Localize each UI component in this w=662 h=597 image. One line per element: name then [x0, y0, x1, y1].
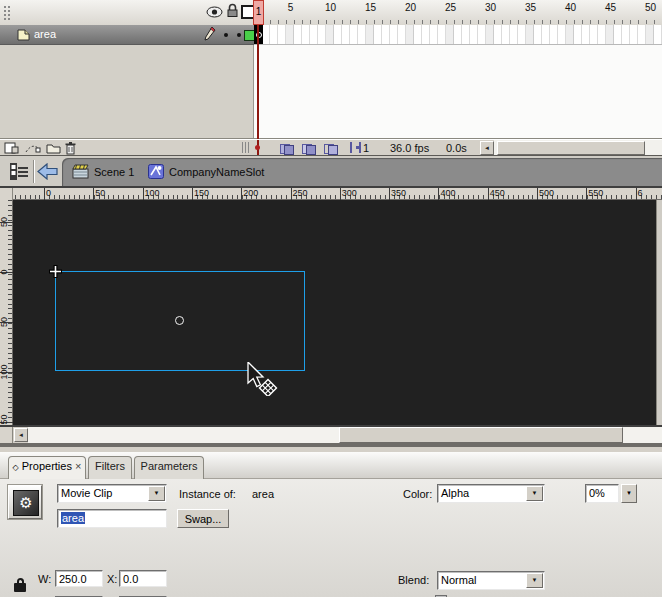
transformation-point[interactable] — [175, 316, 184, 325]
frame-number[interactable]: 40 — [561, 2, 581, 13]
scrollbar-corner — [0, 427, 13, 443]
flash-window: 5101520253035404550 1 area — [0, 0, 662, 597]
x-label: X: — [107, 573, 117, 585]
chevron-down-icon[interactable]: ▼ — [526, 573, 543, 588]
ruler-label: 0 — [0, 257, 9, 287]
vertical-ruler: 50050100150 — [0, 200, 13, 425]
blend-dropdown[interactable]: Normal ▼ — [437, 571, 545, 590]
onion-skin-outlines-icon[interactable] — [324, 142, 338, 154]
center-frame-icon[interactable] — [280, 142, 294, 154]
instance-name-input[interactable]: area — [57, 509, 167, 528]
color-value: Alpha — [441, 487, 469, 499]
blend-label: Blend: — [398, 574, 429, 586]
frame-ruler-ticks[interactable] — [254, 17, 662, 24]
playhead-line[interactable] — [257, 25, 259, 139]
lock-layers-icon[interactable] — [226, 3, 239, 18]
symbol-preview-button[interactable]: ⚙ — [8, 485, 42, 519]
ruler-label: 250 — [291, 188, 308, 198]
timeline-footer: 1 36.0 fps 0.0s ◄ — [0, 139, 662, 156]
alpha-amount-field[interactable]: 0% — [585, 484, 619, 503]
delete-layer-trash-icon[interactable] — [64, 141, 77, 155]
panel-tab-row: ◇ Properties × Filters Parameters — [0, 452, 662, 479]
insert-layer-icon[interactable] — [4, 142, 19, 154]
instance-of-label: Instance of: — [179, 488, 236, 500]
layer-page-icon — [17, 29, 30, 41]
frame-number[interactable]: 50 — [641, 2, 661, 13]
frame-number[interactable]: 45 — [601, 2, 621, 13]
tab-parameters[interactable]: Parameters — [134, 456, 204, 479]
ruler-label: 350 — [389, 188, 406, 198]
tab-properties[interactable]: ◇ Properties × — [8, 456, 86, 479]
breadcrumb-scene[interactable]: Scene 1 — [94, 166, 134, 178]
pencil-edit-icon — [203, 26, 216, 43]
ruler-label: 400 — [438, 188, 455, 198]
frame-number[interactable]: 25 — [441, 2, 461, 13]
frame-number[interactable]: 35 — [521, 2, 541, 13]
properties-body: ⚙ Movie Clip ▼ Instance of: area area Sw… — [0, 479, 662, 597]
frame-number[interactable]: 30 — [481, 2, 501, 13]
timeline-toggle-icon[interactable] — [8, 162, 30, 181]
timeline-header: 5101520253035404550 1 — [0, 0, 662, 26]
constrain-lock-icon-body[interactable] — [14, 583, 26, 592]
timeline-scroll-left-button[interactable]: ◄ — [480, 141, 494, 155]
width-label: W: — [38, 573, 51, 585]
alpha-stepper-button[interactable]: ▼ — [621, 484, 637, 503]
back-arrow-icon[interactable] — [37, 163, 59, 180]
elapsed-time-indicator: 0.0s — [446, 142, 467, 154]
ruler-label: 550 — [586, 188, 603, 198]
frame-numbers: 5101520253035404550 — [254, 1, 662, 16]
ruler-label: 150 — [192, 188, 209, 198]
tab-properties-label: Properties — [22, 460, 72, 472]
onion-skin-icon[interactable] — [302, 142, 316, 154]
breadcrumb-symbol[interactable]: CompanyNameSlot — [169, 166, 264, 178]
edit-bar: Scene 1 CompanyNameSlot — [0, 155, 662, 186]
breadcrumb: Scene 1 CompanyNameSlot — [62, 158, 662, 187]
frame-number[interactable]: 10 — [321, 2, 341, 13]
stage[interactable] — [13, 200, 656, 425]
layer-visibility-dot[interactable] — [224, 33, 228, 37]
instance-of-value: area — [252, 488, 274, 500]
chevron-down-icon[interactable]: ▼ — [148, 486, 165, 501]
ruler-label: 6 — [636, 188, 643, 198]
layer-pane-empty — [0, 45, 254, 139]
layer-frames-strip[interactable] — [254, 25, 662, 45]
swap-button[interactable]: Swap... — [177, 509, 229, 528]
edit-multiple-frames-icon[interactable] — [350, 142, 361, 153]
insert-layer-folder-icon[interactable] — [46, 142, 61, 154]
ruler-label: 450 — [488, 188, 505, 198]
color-dropdown[interactable]: Alpha ▼ — [437, 484, 545, 503]
stage-horizontal-scrollbar: ◄ — [0, 427, 662, 443]
ruler-label: 100 — [0, 357, 9, 387]
frame-number[interactable]: 15 — [361, 2, 381, 13]
show-hide-layers-icon[interactable] — [206, 6, 223, 18]
frame-number[interactable]: 5 — [281, 2, 301, 13]
frame-number[interactable]: 20 — [401, 2, 421, 13]
current-frame-indicator: 1 — [363, 142, 369, 154]
layer-row[interactable]: area — [0, 25, 254, 45]
stage-scroll-left-button[interactable]: ◄ — [14, 428, 28, 442]
movieclip-gear-icon: ⚙ — [13, 490, 39, 516]
symbol-type-value: Movie Clip — [61, 487, 112, 499]
panel-grip-icon[interactable]: ◇ — [13, 463, 19, 472]
chevron-down-icon[interactable]: ▼ — [526, 486, 543, 501]
frame-rate-indicator[interactable]: 36.0 fps — [390, 142, 429, 154]
close-icon[interactable]: × — [75, 460, 81, 472]
panel-grip[interactable] — [3, 5, 12, 20]
scene-clapperboard-icon — [72, 164, 89, 179]
pane-divider-grip[interactable] — [242, 142, 250, 153]
vertical-scrollbar[interactable] — [656, 200, 662, 425]
width-field[interactable]: 250.0 — [55, 570, 103, 587]
tab-filters[interactable]: Filters — [88, 456, 132, 479]
x-field[interactable]: 0.0 — [119, 570, 167, 587]
blend-value: Normal — [441, 574, 476, 586]
layer-name[interactable]: area — [34, 28, 56, 40]
add-motion-guide-icon[interactable] — [24, 142, 41, 154]
horizontal-ruler: 00501001502002503003504004505005506 — [0, 188, 662, 200]
stage-scrollbar-thumb[interactable] — [339, 427, 623, 443]
timeline-scrollbar-thumb[interactable] — [497, 141, 645, 155]
instance-name-value: area — [61, 512, 85, 524]
layer-lock-dot[interactable] — [237, 33, 241, 37]
playhead[interactable]: 1 — [253, 0, 264, 25]
symbol-type-dropdown[interactable]: Movie Clip ▼ — [57, 484, 167, 503]
edit-multiple-frames-dot — [356, 146, 359, 149]
